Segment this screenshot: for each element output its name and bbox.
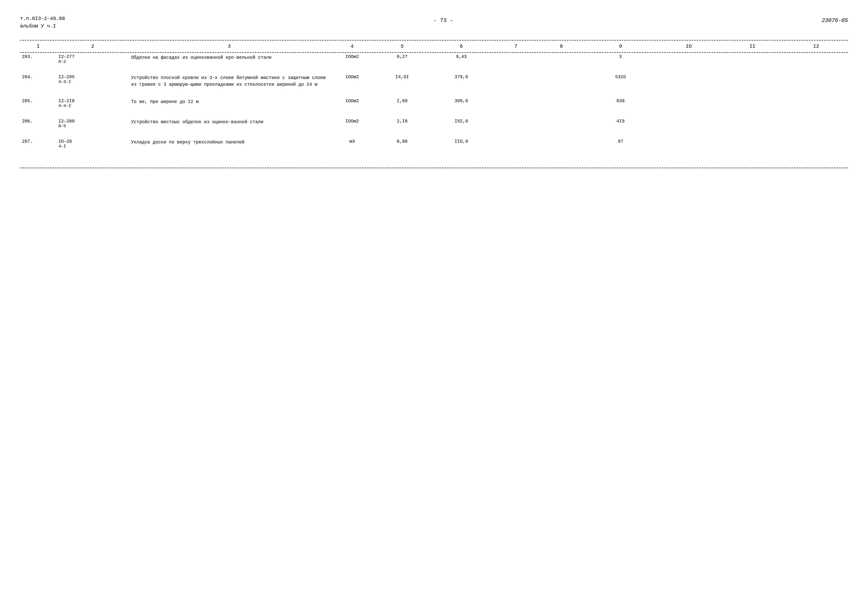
col-header-4: 4 — [329, 40, 375, 52]
row-val9: 97 — [584, 138, 657, 150]
row-code: IO–284–I — [56, 138, 129, 150]
row-val11 — [721, 117, 784, 130]
row-val5: 0,88 — [375, 138, 429, 150]
row-unit: IOOм2 — [329, 53, 375, 65]
row-val9: 638 — [584, 97, 657, 110]
col-header-6: 6 — [429, 40, 493, 52]
row-number: 287. — [20, 138, 56, 150]
row-val5: I,60 — [375, 97, 429, 110]
row-val5: 2,I8 — [375, 117, 429, 130]
row-val12 — [784, 73, 848, 90]
table-row: 283. I2–2778–2 Обделки на фасадах из оци… — [20, 53, 848, 65]
row-val12 — [784, 53, 848, 65]
row-code: I2–2054–3–I — [56, 73, 129, 90]
row-number: 283. — [20, 53, 56, 65]
row-unit: IOOм2 — [329, 73, 375, 90]
col-header-7: 7 — [493, 40, 539, 52]
row-val10 — [657, 53, 721, 65]
table-row: 285. I2–2I84–4–2 То же, при ширине до I2… — [20, 97, 848, 110]
row-val7 — [493, 53, 539, 65]
row-unit: IOOм2 — [329, 97, 375, 110]
row-description: Укладка доски по верху трехслойных панел… — [129, 138, 329, 150]
row-val10 — [657, 138, 721, 150]
row-val7 — [493, 97, 539, 110]
header-title-line1: т.п.8I3-2-49.88 — [20, 15, 65, 22]
row-spacer — [20, 65, 848, 73]
row-description: Обделки на фасадах из оцинкованной кро-в… — [129, 53, 329, 65]
row-val12 — [784, 138, 848, 150]
column-header-row: I 2 3 4 5 6 7 8 9 IO II I2 — [20, 40, 848, 52]
table-row: 284. I2–2054–3–I Устройство плоской кров… — [20, 73, 848, 90]
row-val8 — [539, 97, 584, 110]
header-doc-number: 23076-05 — [822, 17, 848, 24]
row-val6: IIO,0 — [429, 138, 493, 150]
row-number: 285. — [20, 97, 56, 110]
col-header-2: 2 — [56, 40, 129, 52]
row-val5: I4,OI — [375, 73, 429, 90]
row-val11 — [721, 97, 784, 110]
page-header: т.п.8I3-2-49.88 альбом У ч.I - 73 - 2307… — [20, 15, 848, 30]
header-page-number: - 73 - — [434, 17, 453, 24]
row-spacer — [20, 130, 848, 138]
header-left: т.п.8I3-2-49.88 альбом У ч.I — [20, 15, 65, 30]
row-val9: 53IO — [584, 73, 657, 90]
row-val9: 3 — [584, 53, 657, 65]
header-title-line2: альбом У ч.I — [20, 22, 65, 30]
col-header-1: I — [20, 40, 56, 52]
row-val6: 379,0 — [429, 73, 493, 90]
col-header-9: 9 — [584, 40, 657, 52]
row-val8 — [539, 73, 584, 90]
row-val12 — [784, 97, 848, 110]
row-description: Устройство плоской кровли из 3-х слоев б… — [129, 73, 329, 90]
row-spacer — [20, 90, 848, 97]
row-spacer — [20, 110, 848, 117]
row-val5: 0,27 — [375, 53, 429, 65]
row-code: I2–2808–5 — [56, 117, 129, 130]
row-val6: 399,0 — [429, 97, 493, 110]
row-val10 — [657, 97, 721, 110]
row-val12 — [784, 117, 848, 130]
row-val7 — [493, 117, 539, 130]
row-val11 — [721, 138, 784, 150]
row-code: I2–2I84–4–2 — [56, 97, 129, 110]
row-val8 — [539, 138, 584, 150]
row-val10 — [657, 73, 721, 90]
table-row: 286. I2–2808–5 Устройство местных обдело… — [20, 117, 848, 130]
row-val8 — [539, 53, 584, 65]
row-val8 — [539, 117, 584, 130]
row-val9: 4I9 — [584, 117, 657, 130]
row-number: 284. — [20, 73, 56, 90]
bottom-dashed-line — [20, 168, 848, 168]
table-row: 287. IO–284–I Укладка доски по верху тре… — [20, 138, 848, 150]
col-header-8: 8 — [539, 40, 584, 52]
row-unit: IOOм2 — [329, 117, 375, 130]
row-val11 — [721, 53, 784, 65]
row-spacer — [20, 150, 848, 158]
row-number: 286. — [20, 117, 56, 130]
row-val7 — [493, 138, 539, 150]
col-header-3: 3 — [129, 40, 329, 52]
row-val7 — [493, 73, 539, 90]
data-table: 283. I2–2778–2 Обделки на фасадах из оци… — [20, 53, 848, 158]
row-description: То же, при ширине до I2 м — [129, 97, 329, 110]
row-code: I2–2778–2 — [56, 53, 129, 65]
col-header-12: I2 — [784, 40, 848, 52]
row-unit: м3 — [329, 138, 375, 150]
col-header-10: IO — [657, 40, 721, 52]
col-header-11: II — [721, 40, 784, 52]
row-description: Устройство местных обделок из оцинко-ван… — [129, 117, 329, 130]
main-table: I 2 3 4 5 6 7 8 9 IO II I2 — [20, 40, 848, 52]
row-val6: I92,0 — [429, 117, 493, 130]
main-table-container: I 2 3 4 5 6 7 8 9 IO II I2 — [20, 40, 848, 168]
row-val6: 9,43 — [429, 53, 493, 65]
row-val11 — [721, 73, 784, 90]
col-header-5: 5 — [375, 40, 429, 52]
row-val10 — [657, 117, 721, 130]
